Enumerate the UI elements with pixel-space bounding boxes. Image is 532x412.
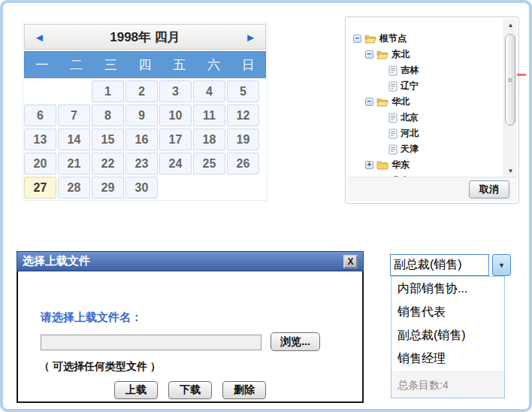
dialog-titlebar[interactable]: 选择上载文件 X xyxy=(17,251,364,271)
tree-node-label[interactable]: 吉林 xyxy=(401,64,419,77)
upload-button[interactable]: 上载 xyxy=(114,381,158,399)
scrollbar-grip-icon: ≡ xyxy=(508,76,512,84)
combo-selected-value[interactable]: 副总裁(销售) xyxy=(390,254,489,276)
upload-prompt-label: 请选择上载文件名： xyxy=(41,311,142,325)
calendar-day-cell[interactable]: 15 xyxy=(92,129,124,150)
tree-scroll-viewport: −根节点−东北吉林辽宁−华北北京河北天津+华东+华南 xyxy=(347,19,503,177)
dialog-body: 请选择上载文件名： 浏览... （ 可选择任何类型文件 ） 上载下载删除 xyxy=(17,271,364,403)
tree-node-label[interactable]: 天津 xyxy=(401,143,419,156)
dialog-title: 选择上载文件 xyxy=(23,254,343,268)
upload-dialog: 选择上载文件 X 请选择上载文件名： 浏览... （ 可选择任何类型文件 ） 上… xyxy=(17,251,364,403)
dropdown-footer-count: 总条目数:4 xyxy=(391,371,504,398)
calendar-day-cell[interactable]: 4 xyxy=(193,80,225,102)
calendar-day-cell[interactable]: 27 xyxy=(24,177,56,198)
filename-input[interactable] xyxy=(41,335,261,350)
calendar-day-cell[interactable]: 2 xyxy=(125,80,158,102)
calendar-day-cell[interactable]: 26 xyxy=(227,153,259,174)
calendar-title: 1998年 四月 xyxy=(110,29,180,46)
calendar-day-cell[interactable]: 6 xyxy=(24,105,56,126)
tree-node-label[interactable]: 北京 xyxy=(401,111,419,124)
calendar-day-cell[interactable]: 12 xyxy=(227,105,259,126)
calendar-day-header-row: 一二三四五六日 xyxy=(24,51,266,78)
calendar-day-name: 六 xyxy=(197,56,231,74)
dropdown-option[interactable]: 副总裁(销售) xyxy=(391,323,504,347)
tree-node[interactable]: 天津 xyxy=(347,141,503,157)
scrollbar-thumb[interactable]: ≡ xyxy=(505,34,515,126)
expand-plus-icon[interactable]: + xyxy=(365,161,373,169)
cancel-button[interactable]: 取消 xyxy=(469,180,509,198)
tree-node-label[interactable]: 华北 xyxy=(391,95,410,108)
calendar-day-cell[interactable]: 30 xyxy=(125,177,158,198)
calendar-day-cell[interactable]: 9 xyxy=(125,105,158,126)
calendar-day-cell[interactable]: 21 xyxy=(58,153,90,174)
calendar-empty-cell xyxy=(159,177,192,198)
collapse-minus-icon[interactable]: − xyxy=(365,50,373,59)
file-type-note: （ 可选择任何类型文件 ） xyxy=(39,360,161,374)
scroll-up-icon[interactable]: ▲ xyxy=(504,19,517,31)
tree-node[interactable]: 辽宁 xyxy=(347,78,503,94)
folder-open-icon xyxy=(376,50,388,59)
download-button[interactable]: 下载 xyxy=(168,381,212,399)
tree-node-label[interactable]: 辽宁 xyxy=(401,80,419,92)
calendar-day-cell[interactable]: 24 xyxy=(159,153,192,174)
calendar-day-cell[interactable]: 29 xyxy=(92,177,124,198)
calendar-day-cell[interactable]: 22 xyxy=(92,153,124,174)
calendar-day-cell[interactable]: 17 xyxy=(159,129,192,150)
tree-node-label[interactable]: 东北 xyxy=(391,48,410,61)
folder-closed-icon xyxy=(376,160,388,170)
calendar-day-cell[interactable]: 19 xyxy=(227,129,259,150)
calendar-empty-cell xyxy=(58,80,90,102)
tree-node[interactable]: −东北 xyxy=(347,47,503,62)
calendar-day-name: 四 xyxy=(128,56,162,74)
tree-node[interactable]: 北京 xyxy=(347,110,503,126)
browse-button[interactable]: 浏览... xyxy=(271,332,320,351)
tree-node-label[interactable]: 华东 xyxy=(391,159,410,171)
dropdown-option[interactable]: 销售代表 xyxy=(391,300,504,323)
collapse-minus-icon[interactable]: − xyxy=(365,98,373,106)
calendar-day-cell[interactable]: 13 xyxy=(24,129,56,150)
tree-node-label[interactable]: 根节点 xyxy=(379,32,407,45)
calendar-day-cell[interactable]: 7 xyxy=(58,105,90,126)
dropdown-option[interactable]: 销售经理 xyxy=(391,347,504,370)
calendar-day-name: 五 xyxy=(162,56,197,74)
calendar-day-cell[interactable]: 18 xyxy=(193,129,225,150)
red-marker xyxy=(517,74,526,76)
tree-node[interactable]: 吉林 xyxy=(347,62,503,78)
calendar-day-cell[interactable]: 25 xyxy=(193,153,225,174)
calendar-day-cell[interactable]: 23 xyxy=(125,153,158,174)
calendar-prev-icon[interactable]: ◄ xyxy=(34,32,45,43)
calendar-day-cell[interactable]: 10 xyxy=(159,105,192,126)
calendar-day-cell[interactable]: 3 xyxy=(159,80,192,102)
calendar-day-cell[interactable]: 20 xyxy=(24,153,56,174)
dropdown-items: 内部销售协...销售代表副总裁(销售)销售经理 xyxy=(391,277,504,370)
calendar-day-cell[interactable]: 5 xyxy=(227,80,259,102)
calendar-day-cell[interactable]: 28 xyxy=(58,177,90,198)
tree-node[interactable]: −根节点 xyxy=(347,31,503,47)
tree-panel: −根节点−东北吉林辽宁−华北北京河北天津+华东+华南 ▲ ≡ ▼ 取消 xyxy=(345,17,519,204)
folder-open-icon xyxy=(376,97,388,107)
tree-content: −根节点−东北吉林辽宁−华北北京河北天津+华东+华南 xyxy=(347,19,503,177)
calendar-day-name: 二 xyxy=(59,56,94,74)
tree-node[interactable]: −华北 xyxy=(347,94,503,110)
file-icon xyxy=(388,129,397,139)
collapse-minus-icon[interactable]: − xyxy=(353,35,361,43)
calendar-day-cell[interactable]: 11 xyxy=(193,105,225,126)
calendar-empty-cell xyxy=(193,177,225,198)
calendar-day-cell[interactable]: 1 xyxy=(92,80,124,102)
close-icon[interactable]: X xyxy=(343,255,358,268)
tree-node[interactable]: 河北 xyxy=(347,126,503,141)
calendar-header: ◄ 1998年 四月 ► xyxy=(24,24,266,50)
folder-open-icon xyxy=(364,34,376,44)
calendar-next-icon[interactable]: ► xyxy=(245,32,256,43)
tree-node-label[interactable]: 河北 xyxy=(401,127,419,140)
calendar-day-cell[interactable]: 16 xyxy=(125,129,158,150)
scroll-down-icon[interactable]: ▼ xyxy=(504,165,517,177)
tree-scrollbar[interactable]: ▲ ≡ ▼ xyxy=(503,19,517,177)
delete-button[interactable]: 删除 xyxy=(222,381,266,399)
calendar-day-cell[interactable]: 14 xyxy=(58,129,90,150)
combo-dropdown-arrow-icon[interactable]: ▼ xyxy=(492,254,511,276)
dropdown-option[interactable]: 内部销售协... xyxy=(391,277,504,300)
tree-node[interactable]: +华东 xyxy=(347,157,503,173)
calendar-day-cell[interactable]: 8 xyxy=(92,105,124,126)
file-icon xyxy=(388,81,397,92)
